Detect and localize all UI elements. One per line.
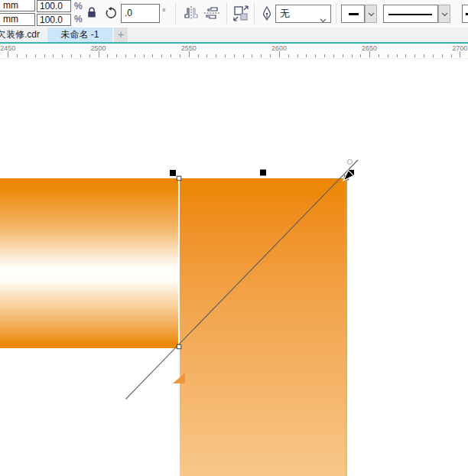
curve-node[interactable] (177, 344, 181, 349)
lock-ratio-button[interactable] (86, 6, 97, 18)
rotation-angle-field[interactable]: .0 (121, 4, 160, 23)
reset-rotation-button[interactable] (105, 7, 117, 19)
horizontal-ruler[interactable]: 245025002550260026502700 (0, 44, 468, 59)
line-style-dropdown-button[interactable] (438, 5, 450, 23)
scale-objects-button[interactable] (232, 5, 250, 22)
object-height-field[interactable]: mm (0, 13, 35, 26)
outline-width-select[interactable]: 无 (275, 5, 331, 23)
two-rectangles-arrows-icon (232, 5, 250, 22)
toolbar-separator (226, 3, 227, 24)
toolbar-separator (336, 3, 336, 24)
scale-vertical-field[interactable]: 100.0 (37, 14, 71, 26)
line-start-style-select[interactable] (341, 5, 365, 23)
selection-handles (170, 170, 354, 177)
pen-nib-icon (262, 6, 271, 21)
snap-indicator-circle (348, 160, 353, 165)
tab-label: 欠装修.cdr (0, 29, 40, 40)
lock-icon (86, 6, 97, 18)
mirror-vertical-icon (203, 5, 220, 21)
degree-label: ° (162, 7, 166, 18)
property-bar: mm mm 100.0 100.0 % % .0 ° (0, 0, 468, 28)
mirror-vertical-button[interactable] (203, 5, 220, 21)
scale-h-value: 100.0 (40, 1, 63, 11)
mirror-horizontal-icon (183, 5, 200, 21)
canvas-art (0, 59, 468, 476)
scale-v-value: 100.0 (40, 15, 63, 25)
tab-label: 未命名 -1 (60, 29, 99, 40)
chevron-down-icon (368, 12, 375, 17)
small-orange-triangle[interactable] (173, 373, 185, 383)
gradient-edge-highlight (346, 178, 348, 476)
new-document-button[interactable]: + (114, 28, 128, 42)
drawing-canvas[interactable] (0, 59, 468, 476)
selection-handle[interactable] (260, 170, 266, 176)
line-style-select[interactable] (383, 5, 438, 23)
coreldraw-window: mm mm 100.0 100.0 % % .0 ° (0, 0, 468, 476)
left-gradient-rectangle[interactable] (0, 178, 178, 348)
outline-width-value: 无 (280, 5, 290, 22)
line-start-dropdown-button[interactable] (365, 5, 377, 23)
curve-node[interactable] (177, 176, 181, 181)
rotate-ccw-icon (105, 7, 117, 19)
right-gradient-rectangle[interactable] (180, 178, 347, 476)
chevron-down-icon (320, 12, 327, 26)
document-tabs: 欠装修.cdr 未命名 -1 + (0, 28, 468, 42)
chevron-down-icon (441, 12, 448, 17)
outline-pen-button[interactable] (262, 6, 271, 21)
toolbar-separator (254, 3, 255, 24)
line-end-style-select[interactable] (462, 5, 468, 23)
line-start-preview (349, 13, 359, 15)
percent-label-v: % (74, 14, 83, 24)
height-unit-label: mm (3, 14, 18, 24)
tab-document-1[interactable]: 欠装修.cdr (0, 28, 46, 42)
toolbar-separator (175, 3, 176, 24)
plus-icon: + (118, 28, 124, 41)
tab-document-2-active[interactable]: 未命名 -1 (47, 28, 112, 42)
line-style-preview (388, 14, 432, 15)
mirror-horizontal-button[interactable] (183, 5, 200, 21)
scale-horizontal-field[interactable]: 100.0 (37, 0, 71, 12)
selection-handle[interactable] (170, 170, 176, 176)
rotation-value: .0 (125, 8, 132, 18)
object-width-field[interactable]: mm (0, 0, 35, 11)
width-unit-label: mm (3, 0, 18, 11)
percent-label-h: % (74, 1, 83, 11)
